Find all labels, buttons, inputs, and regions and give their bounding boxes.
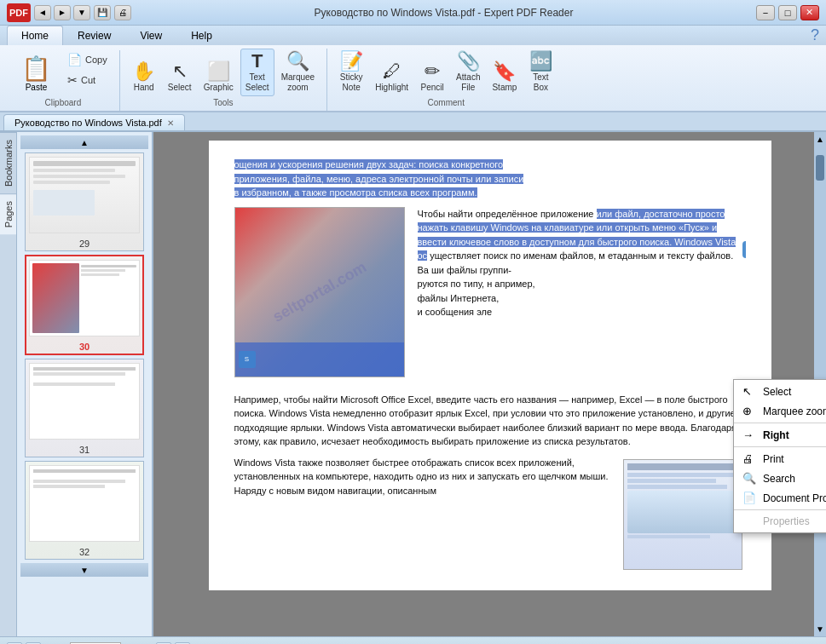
pdf-text-middle: Чтобы найти определённое приложение или … — [418, 207, 746, 326]
attach-file-button[interactable]: 📎 AttachFile — [451, 49, 485, 96]
thumb-num-31: 31 — [78, 443, 91, 457]
thumb-num-29: 29 — [78, 237, 91, 250]
save-btn-title[interactable]: 💾 — [94, 5, 111, 20]
pdf-screenshot-right — [623, 459, 742, 570]
thumb-img-32 — [29, 465, 140, 542]
pencil-icon: ✏ — [425, 62, 440, 81]
ctx-search-icon: 🔍 — [742, 472, 756, 485]
thumbnail-31[interactable]: 31 — [25, 359, 144, 457]
ribbon-content: 📋 Paste 📄 Copy ✂ Cut Cl — [0, 45, 826, 111]
scroll-arrow-up[interactable]: ▲ — [816, 132, 824, 147]
text-box-button[interactable]: 🔤 TextBox — [523, 49, 557, 96]
stamp-button[interactable]: 🔖 Stamp — [487, 59, 522, 96]
ctx-divider-2 — [734, 446, 826, 447]
help-icon[interactable]: ? — [811, 26, 819, 44]
thumb-scroll-down[interactable]: ▼ — [20, 563, 148, 577]
ctx-divider-3 — [734, 509, 826, 510]
copy-button[interactable]: 📄 Copy — [62, 50, 113, 69]
hand-button[interactable]: ✋ Hand — [127, 59, 161, 96]
ribbon-group-comment: 📝 StickyNote 🖊 Highlight ✏ Pencil 📎 Atta… — [327, 49, 564, 111]
select-button[interactable]: ↖ Select — [163, 59, 197, 96]
marquee-zoom-button[interactable]: 🔍 Marqueezoom — [276, 49, 320, 96]
thumbnail-30[interactable]: 30 — [25, 255, 144, 355]
ctx-item-select[interactable]: ↖ Select — [734, 382, 826, 401]
paste-icon: 📋 — [21, 55, 51, 83]
ctx-right-icon: → — [742, 428, 756, 441]
text-select-button[interactable]: T TextSelect — [240, 49, 274, 96]
ctx-item-marquee-zoom[interactable]: ⊕ Marquee zoom — [734, 401, 826, 421]
ctx-item-search[interactable]: 🔍 Search Shift+Ctrl+F — [734, 469, 826, 488]
tab-review[interactable]: Review — [63, 26, 125, 45]
clipboard-label: Clipboard — [14, 96, 113, 111]
app-title: Руководство по Windows Vista.pdf - Exper… — [315, 7, 574, 19]
nav-down-btn[interactable]: ▼ — [73, 5, 90, 20]
context-menu: ↖ Select ⊕ Marquee zoom → Right 🖨 Print … — [733, 379, 826, 533]
tab-help[interactable]: Help — [176, 26, 227, 45]
tab-home[interactable]: Home — [7, 26, 63, 45]
thumb-scroll-up[interactable]: ▲ — [20, 135, 148, 149]
clipboard-items: 📋 Paste 📄 Copy ✂ Cut — [14, 50, 113, 96]
print-btn-title[interactable]: 🖨 — [114, 5, 131, 20]
ctx-select-icon: ↖ — [742, 385, 756, 398]
nav-back-btn[interactable]: ◄ — [34, 5, 51, 20]
comment-label: Comment — [334, 96, 557, 111]
thumbnail-32[interactable]: 32 — [25, 461, 144, 560]
nav-forward-btn[interactable]: ► — [54, 5, 71, 20]
ctx-item-right[interactable]: → Right — [734, 425, 826, 445]
maximize-btn[interactable]: □ — [778, 5, 797, 20]
thumb-img-31 — [29, 363, 140, 440]
main-layout: Bookmarks Pages ▲ 29 — [0, 132, 826, 636]
ribbon-group-clipboard: 📋 Paste 📄 Copy ✂ Cut Cl — [7, 50, 120, 111]
cut-button[interactable]: ✂ Cut — [62, 71, 113, 89]
text-box-icon: 🔤 — [529, 52, 552, 71]
highlight-button[interactable]: 🖊 Highlight — [370, 59, 413, 96]
highlight-icon: 🖊 — [383, 62, 401, 81]
close-btn[interactable]: ✕ — [800, 5, 819, 20]
title-bar-left: PDF ◄ ► ▼ 💾 🖨 — [7, 3, 131, 22]
pdf-page: ощения и ускорения решения двух задач: п… — [209, 141, 771, 590]
cut-icon: ✂ — [67, 73, 78, 87]
ctx-item-print[interactable]: 🖨 Print Ctrl+P — [734, 449, 826, 469]
title-nav: ◄ ► ▼ — [34, 5, 90, 20]
marquee-zoom-icon: 🔍 — [286, 52, 309, 71]
ctx-print-icon: 🖨 — [742, 452, 756, 465]
paste-button[interactable]: 📋 Paste — [14, 50, 59, 96]
ribbon: Home Review View Help ? 📋 Paste 📄 Copy — [0, 26, 826, 112]
scroll-arrow-down[interactable]: ▼ — [816, 622, 824, 636]
document-tab[interactable]: Руководство по Windows Vista.pdf ✕ — [3, 114, 185, 130]
document-tabs: Руководство по Windows Vista.pdf ✕ — [0, 112, 826, 132]
sidebar-item-bookmarks[interactable]: Bookmarks — [0, 132, 16, 193]
ribbon-tab-bar: Home Review View Help ? — [0, 26, 826, 45]
graphic-button[interactable]: ⬜ Graphic — [199, 59, 239, 96]
minimize-btn[interactable]: − — [756, 5, 775, 20]
sticky-note-button[interactable]: 📝 StickyNote — [334, 49, 368, 96]
thumbnail-29[interactable]: 29 — [25, 152, 144, 251]
doc-tab-label: Руководство по Windows Vista.pdf — [14, 118, 162, 128]
hand-icon: ✋ — [132, 62, 155, 81]
ctx-item-doc-props[interactable]: 📄 Document Properties Ctrl+Enter — [734, 488, 826, 508]
scroll-thumb[interactable] — [816, 155, 824, 181]
pencil-button[interactable]: ✏ Pencil — [415, 59, 449, 96]
pdf-screenshot-image: S seltportal.com — [234, 207, 405, 377]
tools-items: ✋ Hand ↖ Select ⬜ Graphic T TextSelect 🔍 — [127, 49, 320, 96]
window-controls: − □ ✕ — [756, 5, 819, 20]
chat-bubble — [742, 241, 746, 258]
tab-view[interactable]: View — [125, 26, 176, 45]
comment-items: 📝 StickyNote 🖊 Highlight ✏ Pencil 📎 Atta… — [334, 49, 557, 96]
thumb-img-29 — [29, 157, 140, 233]
attach-file-icon: 📎 — [457, 52, 480, 71]
select-icon: ↖ — [172, 62, 188, 81]
app-logo: PDF — [7, 3, 31, 22]
sidebar-item-pages[interactable]: Pages — [0, 193, 16, 234]
copy-icon: 📄 — [67, 53, 82, 66]
clipboard-small-group: 📄 Copy ✂ Cut — [62, 50, 113, 96]
paste-group: 📋 Paste 📄 Copy ✂ Cut — [14, 50, 113, 96]
ctx-marquee-icon: ⊕ — [742, 405, 756, 417]
thumbnail-panel: ▲ 29 — [17, 132, 153, 636]
side-tabs: Bookmarks Pages — [0, 132, 17, 636]
title-bar: PDF ◄ ► ▼ 💾 🖨 Руководство по Windows Vis… — [0, 0, 826, 26]
pdf-text-with-image: Windows Vista также позволяет быстрее от… — [234, 456, 746, 573]
doc-tab-close[interactable]: ✕ — [167, 118, 174, 128]
ctx-divider-1 — [734, 423, 826, 423]
pdf-text-bottom: Windows Vista также позволяет быстрее от… — [234, 456, 611, 566]
